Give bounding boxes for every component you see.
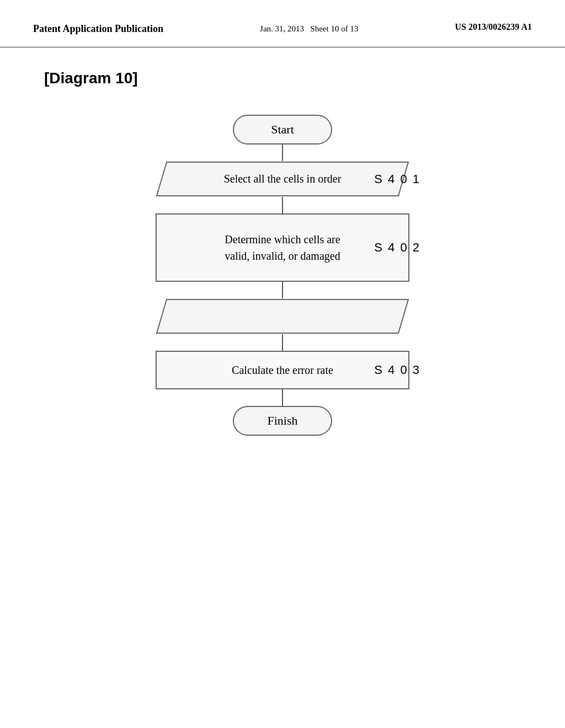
s401-label: Select all the cells in order xyxy=(224,173,342,185)
s402-label-line1: Determine which cells are xyxy=(225,233,340,245)
s401-number: S 4 0 1 xyxy=(374,172,420,186)
s403-box: Calculate the error rate xyxy=(156,351,409,389)
finish-node: Finish xyxy=(233,406,332,436)
publication-title: Patent Application Publication xyxy=(33,22,163,36)
s401-box: Select all the cells in order xyxy=(156,161,409,197)
diagram-title: [Diagram 10] xyxy=(44,69,138,87)
s403-label: Calculate the error rate xyxy=(232,364,333,376)
page-header: Patent Application Publication Jan. 31, … xyxy=(0,0,565,47)
patent-number: US 2013/0026239 A1 xyxy=(455,22,532,32)
s402-number: S 4 0 2 xyxy=(374,240,420,255)
flowchart: Start Select all the cells in order S 4 … xyxy=(44,115,521,436)
connector-4 xyxy=(282,334,283,351)
connector-2 xyxy=(282,197,283,213)
svg-marker-1 xyxy=(157,299,408,333)
unnamed-para-box xyxy=(156,298,409,334)
s402-wrapper: Determine which cells are valid, invalid… xyxy=(139,213,426,282)
start-node: Start xyxy=(233,115,332,144)
s401-wrapper: Select all the cells in order S 4 0 1 xyxy=(139,161,426,197)
s402-label-line2: valid, invalid, or damaged xyxy=(225,250,340,262)
unnamed-box-wrapper xyxy=(139,298,426,334)
connector-1 xyxy=(282,144,283,161)
s402-box: Determine which cells are valid, invalid… xyxy=(156,213,409,282)
page-content: [Diagram 10] Start Select all the cells … xyxy=(0,47,565,458)
connector-3 xyxy=(282,282,283,298)
s403-wrapper: Calculate the error rate S 4 0 3 xyxy=(139,351,426,389)
connector-5 xyxy=(282,389,283,406)
s403-number: S 4 0 3 xyxy=(374,363,420,377)
publication-meta: Jan. 31, 2013 Sheet 10 of 13 xyxy=(260,22,358,35)
